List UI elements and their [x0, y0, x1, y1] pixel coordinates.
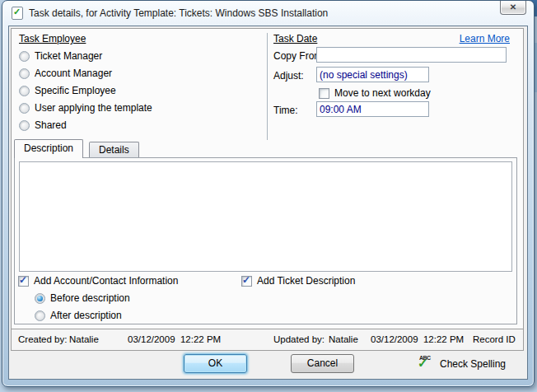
- check-spelling-label: Check Spelling: [440, 358, 506, 370]
- title-bar: ✓ Task details, for Activity Template: T…: [2, 1, 534, 26]
- tab-details[interactable]: Details: [89, 142, 139, 158]
- main-panel: Learn More Task Employee Ticket Manager …: [11, 28, 524, 351]
- updated-date: 03/12/2009 12:22 PM: [371, 334, 464, 344]
- radio-label: User applying the template: [35, 102, 152, 114]
- learn-more-link[interactable]: Learn More: [460, 33, 510, 44]
- adjust-input[interactable]: [316, 67, 429, 82]
- radio-label: Specific Employee: [35, 85, 116, 96]
- radio-specific-employee[interactable]: Specific Employee: [19, 84, 116, 97]
- checkbox-label: Add Account/Contact Information: [34, 275, 178, 287]
- move-to-next-workday-checkbox[interactable]: Move to next workday: [319, 86, 431, 100]
- radio-account-manager[interactable]: Account Manager: [19, 67, 112, 80]
- task-date-heading: Task Date: [273, 33, 317, 44]
- checkbox-icon: [319, 88, 329, 99]
- description-tab-page: Add Account/Contact Information Add Tick…: [14, 157, 517, 324]
- record-id-label: Record ID: [473, 334, 516, 344]
- description-textarea[interactable]: [19, 161, 512, 272]
- checkbox-icon: [241, 276, 252, 287]
- radio-label: Shared: [35, 119, 67, 131]
- adjust-label: Adjust:: [273, 70, 304, 82]
- copy-from-input[interactable]: [316, 47, 507, 63]
- radio-user-applying-template[interactable]: User applying the template: [19, 101, 152, 114]
- add-account-contact-checkbox[interactable]: Add Account/Contact Information: [18, 274, 178, 287]
- radio-icon: [35, 293, 45, 304]
- radio-after-description[interactable]: After description: [35, 309, 122, 322]
- created-by-label: Created by:: [18, 334, 67, 344]
- tab-description[interactable]: Description: [14, 139, 83, 158]
- close-icon: ✕: [510, 2, 516, 12]
- spell-check-icon: ABC ✓: [418, 356, 433, 372]
- radio-icon: [19, 51, 30, 62]
- time-input[interactable]: [316, 101, 429, 117]
- cancel-button[interactable]: Cancel: [291, 354, 354, 373]
- time-label: Time:: [273, 105, 298, 116]
- radio-label: Ticket Manager: [35, 50, 102, 62]
- radio-icon: [35, 310, 45, 321]
- updated-by-value: Natalie: [329, 334, 358, 344]
- checkbox-label: Add Ticket Description: [257, 275, 355, 287]
- radio-label: Account Manager: [35, 68, 112, 79]
- created-date: 03/12/2009 12:22 PM: [128, 334, 221, 344]
- radio-ticket-manager[interactable]: Ticket Manager: [19, 49, 102, 63]
- radio-icon: [19, 86, 30, 96]
- task-employee-heading: Task Employee: [19, 33, 86, 44]
- updated-by-label: Updated by:: [273, 334, 325, 344]
- ok-button[interactable]: OK: [184, 354, 247, 373]
- task-details-dialog: ✓ Task details, for Activity Template: T…: [2, 0, 535, 387]
- checkbox-label: Move to next workday: [334, 87, 431, 99]
- radio-icon: [19, 120, 30, 131]
- status-bar: Created by: Natalie 03/12/2009 12:22 PM …: [12, 329, 523, 350]
- radio-label: Before description: [50, 292, 130, 304]
- add-ticket-description-checkbox[interactable]: Add Ticket Description: [241, 274, 355, 287]
- radio-before-description[interactable]: Before description: [35, 292, 130, 305]
- checkbox-icon: [18, 276, 29, 287]
- radio-icon: [19, 68, 30, 79]
- radio-shared[interactable]: Shared: [19, 119, 67, 132]
- close-button[interactable]: ✕: [500, 1, 526, 15]
- task-check-icon: ✓: [12, 7, 23, 20]
- dialog-client-area: Learn More Task Employee Ticket Manager …: [8, 26, 528, 380]
- created-by-value: Natalie: [69, 334, 99, 344]
- radio-icon: [19, 103, 30, 114]
- check-spelling-button[interactable]: ABC ✓ Check Spelling: [418, 354, 506, 373]
- radio-label: After description: [50, 310, 122, 321]
- window-title: Task details, for Activity Template: Tic…: [29, 7, 328, 19]
- section-divider: [267, 33, 268, 140]
